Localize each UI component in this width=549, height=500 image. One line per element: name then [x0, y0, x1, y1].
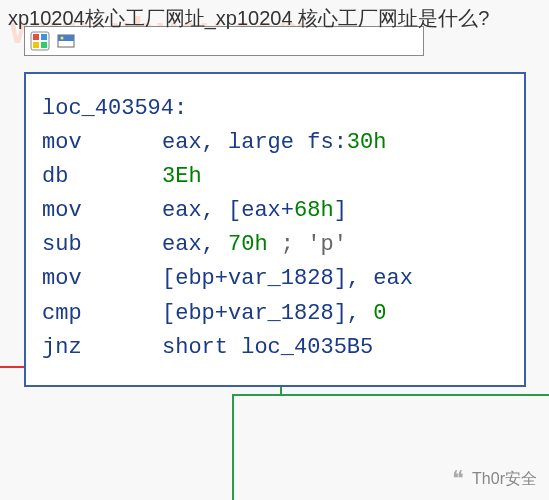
svg-rect-4: [41, 42, 47, 48]
footer-brand: Th0r安全: [472, 469, 537, 490]
code-line: jnzshort loc_4035B5: [42, 331, 508, 365]
operand-number: 70h: [228, 232, 268, 257]
page-title: xp10204核心工厂网址_xp10204 核心工厂网址是什么?: [8, 5, 541, 31]
code-line: moveax, [eax+68h]: [42, 194, 508, 228]
operand-punct: ,: [202, 130, 228, 155]
operand-register: eax: [162, 232, 202, 257]
operand-register: large fs: [228, 130, 334, 155]
operand-register: eax: [162, 130, 202, 155]
operand-punct: [: [162, 301, 175, 326]
operand-number: 3Eh: [162, 164, 202, 189]
code-label: loc_403594:: [42, 92, 508, 126]
operand-variable: var_1828: [228, 266, 334, 291]
operand-punct: ],: [334, 301, 374, 326]
operand-punct: +: [215, 301, 228, 326]
page-title-area: xp10204核心工厂网址_xp10204 核心工厂网址是什么?: [8, 5, 541, 31]
operand-number: 68h: [294, 198, 334, 223]
mnemonic: sub: [42, 228, 162, 262]
svg-rect-2: [41, 34, 47, 40]
operand-register: eax: [241, 198, 281, 223]
svg-rect-3: [33, 42, 39, 48]
svg-rect-6: [58, 35, 74, 41]
code-line: db3Eh: [42, 160, 508, 194]
operand-register: short loc_4035B5: [162, 335, 373, 360]
disassembly-block: loc_403594: moveax, large fs:30hdb3Ehmov…: [24, 72, 526, 387]
mnemonic: mov: [42, 194, 162, 228]
operand-variable: var_1828: [228, 301, 334, 326]
quote-icon: ❝: [452, 466, 464, 492]
mnemonic: cmp: [42, 297, 162, 331]
operand-register: eax: [373, 266, 413, 291]
operand-punct: ],: [334, 266, 374, 291]
swatch-icon[interactable]: [55, 30, 77, 52]
mnemonic: mov: [42, 262, 162, 296]
footer: ❝ Th0r安全: [452, 466, 537, 492]
code-line: moveax, large fs:30h: [42, 126, 508, 160]
operand-punct: , [: [202, 198, 242, 223]
svg-rect-1: [33, 34, 39, 40]
code-line: mov[ebp+var_1828], eax: [42, 262, 508, 296]
operand-number: 30h: [347, 130, 387, 155]
operand-punct: [: [162, 266, 175, 291]
operand-register: ebp: [175, 301, 215, 326]
code-line: subeax, 70h ; 'p': [42, 228, 508, 262]
operand-punct: :: [334, 130, 347, 155]
operand-punct: ]: [334, 198, 347, 223]
code-lines-container: moveax, large fs:30hdb3Ehmoveax, [eax+68…: [42, 126, 508, 365]
operand-number: 0: [373, 301, 386, 326]
operand-register: ebp: [175, 266, 215, 291]
comment: ; 'p': [268, 232, 347, 257]
code-line: cmp[ebp+var_1828], 0: [42, 297, 508, 331]
svg-point-7: [61, 37, 64, 40]
operand-punct: ,: [202, 232, 228, 257]
operand-register: eax: [162, 198, 202, 223]
operand-punct: +: [215, 266, 228, 291]
operand-punct: +: [281, 198, 294, 223]
mnemonic: mov: [42, 126, 162, 160]
mnemonic: db: [42, 160, 162, 194]
palette-icon[interactable]: [29, 30, 51, 52]
mnemonic: jnz: [42, 331, 162, 365]
